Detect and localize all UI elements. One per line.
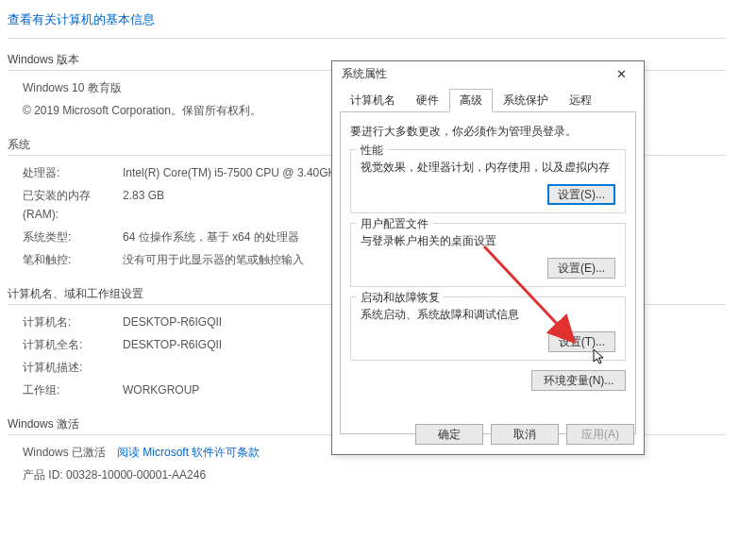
cpu-label: 处理器: <box>23 163 123 182</box>
activation-status: Windows 已激活 <box>23 443 106 462</box>
group-user-profiles-text: 与登录帐户相关的桌面设置 <box>361 233 615 248</box>
systype-label: 系统类型: <box>23 228 123 246</box>
workgroup-label: 工作组: <box>23 380 123 399</box>
group-startup-recovery-text: 系统启动、系统故障和调试信息 <box>361 307 615 322</box>
system-properties-dialog: 系统属性 ✕ 计算机名 硬件 高级 系统保护 远程 要进行大多数更改，你必须作为… <box>331 60 645 455</box>
tab-remote[interactable]: 远程 <box>559 89 602 112</box>
cancel-button[interactable]: 取消 <box>491 424 559 445</box>
apply-button[interactable]: 应用(A) <box>566 424 634 445</box>
pen-label: 笔和触控: <box>23 250 123 269</box>
pcname-label: 计算机名: <box>23 313 123 331</box>
environment-variables-button[interactable]: 环境变量(N)... <box>531 370 626 391</box>
group-startup-recovery-title: 启动和故障恢复 <box>357 290 444 306</box>
group-performance: 性能 视觉效果，处理器计划，内存使用，以及虚拟内存 设置(S)... <box>350 149 626 213</box>
page-title: 查看有关计算机的基本信息 <box>8 8 726 39</box>
dialog-titlebar[interactable]: 系统属性 ✕ <box>332 61 644 86</box>
group-performance-title: 性能 <box>357 143 387 159</box>
ram-label: 已安装的内存(RAM): <box>23 186 123 224</box>
group-user-profiles: 用户配置文件 与登录帐户相关的桌面设置 设置(E)... <box>350 223 626 287</box>
dialog-footer: 确定 取消 应用(A) <box>332 416 644 454</box>
startup-recovery-settings-button[interactable]: 设置(T)... <box>548 331 615 352</box>
user-profiles-settings-button[interactable]: 设置(E)... <box>547 258 615 279</box>
product-id-value: 00328-10000-00001-AA246 <box>66 465 206 484</box>
dialog-title: 系统属性 <box>342 66 387 82</box>
close-icon[interactable]: ✕ <box>604 63 638 84</box>
tab-computer-name[interactable]: 计算机名 <box>340 89 406 112</box>
pcdesc-label: 计算机描述: <box>23 358 123 377</box>
dialog-body: 要进行大多数更改，你必须作为管理员登录。 性能 视觉效果，处理器计划，内存使用，… <box>340 111 636 434</box>
ok-button[interactable]: 确定 <box>415 424 483 445</box>
admin-note: 要进行大多数更改，你必须作为管理员登录。 <box>350 124 626 140</box>
fullname-label: 计算机全名: <box>23 335 123 354</box>
activation-terms-link[interactable]: 阅读 Microsoft 软件许可条款 <box>117 443 260 462</box>
performance-settings-button[interactable]: 设置(S)... <box>547 184 615 205</box>
dialog-tabs: 计算机名 硬件 高级 系统保护 远程 <box>332 88 644 111</box>
group-user-profiles-title: 用户配置文件 <box>357 216 432 232</box>
tab-hardware[interactable]: 硬件 <box>406 89 449 112</box>
group-performance-text: 视觉效果，处理器计划，内存使用，以及虚拟内存 <box>361 160 615 175</box>
group-startup-recovery: 启动和故障恢复 系统启动、系统故障和调试信息 设置(T)... <box>350 296 626 361</box>
tab-system-protection[interactable]: 系统保护 <box>493 89 559 112</box>
product-id-label: 产品 ID: <box>23 465 63 484</box>
tab-advanced[interactable]: 高级 <box>449 89 493 112</box>
